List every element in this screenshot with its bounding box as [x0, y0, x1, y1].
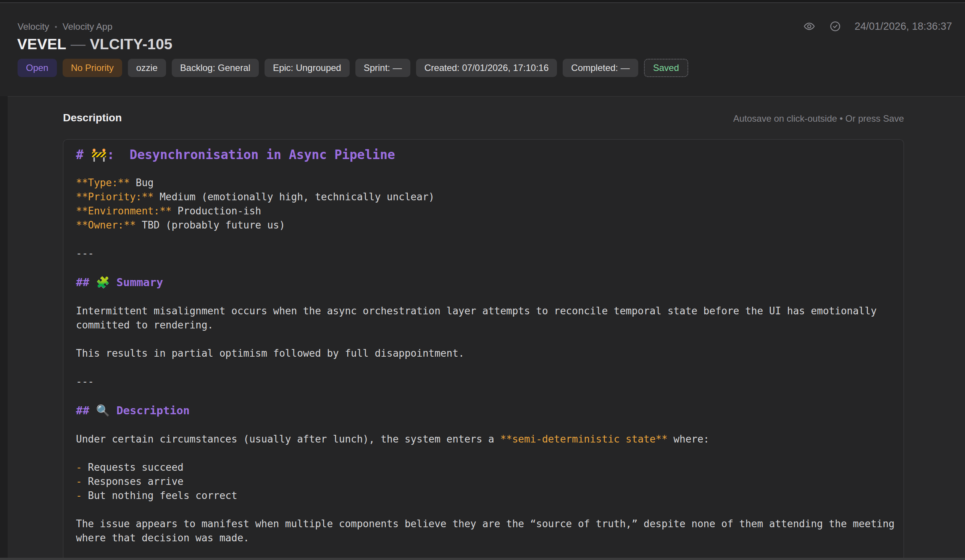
page-title: VEVEL — VLCITY-105 — [17, 36, 173, 53]
editor-block-h2: ## 🔍 Description — [76, 403, 904, 418]
check-circle-icon[interactable] — [829, 20, 842, 33]
breadcrumb-workspace[interactable]: Velocity — [18, 21, 49, 32]
editor-block-p: Under certain circumstances (usually aft… — [76, 432, 904, 446]
description-section-heading: Description — [63, 112, 122, 124]
badge-no-priority[interactable]: No Priority — [62, 59, 122, 77]
editor-block-h1: # 🚧: Desynchronisation in Async Pipeline — [76, 147, 904, 163]
breadcrumb-separator-dot — [55, 26, 57, 28]
badge-completed: Completed: — — [563, 59, 638, 77]
editor-block-p: Intermittent misalignment occurs when th… — [76, 304, 904, 332]
window-top-divider — [0, 0, 965, 3]
viewed-timestamp: 24/01/2026, 18:36:37 — [855, 21, 952, 33]
breadcrumb-project[interactable]: Velocity App — [62, 21, 113, 32]
title-ticket-id: VLCITY-105 — [90, 36, 173, 52]
ticket-header: Velocity Velocity App VEVEL — VLCITY-105… — [0, 3, 965, 96]
badge-open[interactable]: Open — [18, 59, 57, 77]
badge-epic: Epic: Ungrouped — [265, 59, 350, 77]
badge-sprint: Sprint: — — [355, 59, 411, 77]
breadcrumb: Velocity Velocity App — [18, 21, 112, 32]
editor-block-p: The issue appears to manifest when multi… — [76, 517, 904, 545]
badge-row: OpenNo PriorityozzieBacklog: GeneralEpic… — [18, 59, 688, 77]
editor-block-p: This results in partial optimism followe… — [76, 346, 904, 361]
editor-block-hr: --- — [76, 247, 904, 261]
editor-block-hr: --- — [76, 375, 904, 389]
autosave-hint: Autosave on click-outside • Or press Sav… — [733, 113, 904, 124]
editor-block-p: **Type:** Bug**Priority:** Medium (emoti… — [76, 176, 904, 232]
ticket-body-panel: Description Autosave on click-outside • … — [8, 96, 965, 558]
badge-backlog: Backlog: General — [172, 59, 259, 77]
badge-saved[interactable]: Saved — [644, 59, 688, 77]
header-actions: 24/01/2026, 18:36:37 — [803, 20, 952, 33]
title-project: VEVEL — [17, 36, 66, 52]
title-separator: — — [66, 36, 90, 52]
editor-block-list: - Requests succeed- Responses arrive- Bu… — [76, 460, 904, 503]
eye-icon[interactable] — [803, 20, 816, 33]
description-editor[interactable]: # 🚧: Desynchronisation in Async Pipeline… — [63, 139, 904, 558]
window-bottom-divider — [0, 558, 965, 560]
badge-ozzie[interactable]: ozzie — [128, 59, 166, 77]
badge-created: Created: 07/01/2026, 17:10:16 — [416, 59, 557, 77]
editor-block-h2: ## 🧩 Summary — [76, 275, 904, 290]
